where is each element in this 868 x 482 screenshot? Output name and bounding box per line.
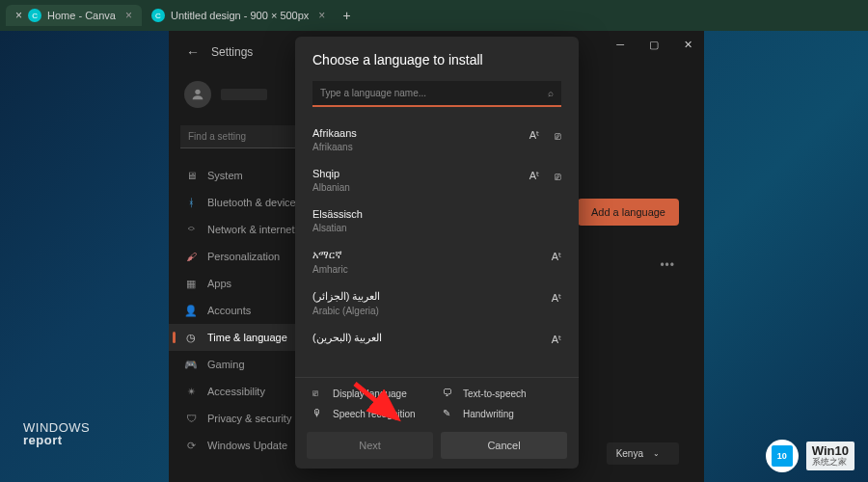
watermark-text: Win10 系统之家 [806, 442, 854, 470]
display-icon: 🖥 [184, 169, 198, 182]
legend-handwriting: ✎Handwriting [443, 408, 561, 420]
tts-icon: 🗩 [443, 388, 455, 400]
region-select[interactable]: Kenya [607, 442, 679, 465]
window-controls: ─ ▢ ✕ [612, 37, 696, 53]
tab-label: Home - Canva [47, 10, 116, 21]
modal-title: Choose a language to install [295, 50, 579, 81]
apps-icon: ▦ [184, 277, 198, 290]
watermark-windows-report: WINDOWS report [23, 421, 90, 447]
minimize-button[interactable]: ─ [612, 37, 628, 53]
legend-display: ⎚Display language [312, 388, 431, 400]
close-button[interactable]: ✕ [680, 37, 696, 53]
accessibility-icon: ✴ [184, 385, 198, 398]
tts-icon: Aᵗ [552, 292, 561, 305]
new-tab-button[interactable]: + [335, 4, 358, 27]
search-icon: ⌕ [548, 88, 554, 98]
update-icon: ⟳ [184, 439, 198, 452]
language-item-amharic[interactable]: አማርኛAmharic Aᵗ [301, 242, 573, 283]
gamepad-icon: 🎮 [184, 358, 198, 371]
tts-icon: Aᵗ [529, 129, 539, 142]
display-pack-icon: ⎚ [312, 388, 325, 400]
language-search-wrap: ⌕ [312, 81, 561, 107]
settings-title: Settings [211, 45, 253, 59]
tts-icon: Aᵗ [552, 251, 561, 263]
handwriting-icon: ✎ [443, 408, 455, 420]
language-search-input[interactable] [312, 81, 561, 107]
wifi-icon: ⌔ [184, 223, 198, 236]
svg-point-0 [195, 90, 200, 94]
watermark-win10: 10 Win10 系统之家 [766, 440, 854, 472]
back-arrow-icon[interactable]: ← [186, 44, 200, 60]
close-tab-icon[interactable]: × [318, 9, 325, 22]
person-icon [190, 87, 205, 102]
feature-legend: ⎚Display language 🗩Text-to-speech 🎙Speec… [295, 377, 579, 432]
language-list[interactable]: AfrikaansAfrikaans Aᵗ⎚ ShqipAlbanian Aᵗ⎚… [295, 117, 579, 373]
browser-tab-1[interactable]: × C Home - Canva × [6, 5, 142, 26]
brush-icon: 🖌 [184, 250, 198, 263]
avatar [184, 81, 211, 108]
person-icon: 👤 [184, 304, 198, 317]
tts-icon: Aᵗ [529, 170, 539, 182]
display-pack-icon: ⎚ [555, 130, 561, 142]
tab-favicon-canva: C [28, 9, 41, 22]
legend-speech: 🎙Speech recognition [312, 408, 431, 420]
browser-tab-strip: × C Home - Canva × C Untitled design - 9… [0, 0, 868, 31]
tts-icon: Aᵗ [552, 334, 561, 346]
language-item-alsatian[interactable]: ElsässischAlsatian [301, 201, 573, 242]
close-tab-icon[interactable]: × [125, 9, 132, 22]
maximize-button[interactable]: ▢ [645, 37, 663, 53]
display-pack-icon: ⎚ [555, 171, 561, 182]
close-tab-icon[interactable]: × [15, 9, 22, 22]
language-item-albanian[interactable]: ShqipAlbanian Aᵗ⎚ [301, 161, 573, 201]
microphone-icon: 🎙 [312, 408, 325, 420]
language-item-afrikaans[interactable]: AfrikaansAfrikaans Aᵗ⎚ [301, 120, 573, 161]
more-options-icon[interactable]: ••• [660, 258, 675, 272]
bluetooth-icon: ᚼ [184, 196, 198, 209]
language-item-arabic-bahrain[interactable]: العربية (البحرين) Aᵗ [301, 325, 573, 356]
user-name-placeholder [221, 89, 267, 100]
modal-buttons: Next Cancel [295, 432, 579, 459]
add-language-button[interactable]: Add a language [578, 199, 679, 226]
language-install-modal: Choose a language to install ⌕ Afrikaans… [295, 37, 579, 469]
clock-globe-icon: ◷ [184, 331, 198, 344]
language-item-arabic-algeria[interactable]: العربية (الجزائر)Arabic (Algeria) Aᵗ [301, 283, 573, 325]
win10-badge-icon: 10 [766, 440, 799, 472]
cancel-button[interactable]: Cancel [441, 432, 567, 459]
tab-label: Untitled design - 868 × 482px [171, 10, 309, 21]
browser-tab-2[interactable]: C Untitled design - 868 × 482px × [142, 5, 335, 26]
shield-icon: 🛡 [184, 412, 198, 425]
legend-tts: 🗩Text-to-speech [443, 388, 561, 400]
tab-favicon-canva: C [151, 9, 165, 22]
next-button[interactable]: Next [307, 432, 433, 459]
